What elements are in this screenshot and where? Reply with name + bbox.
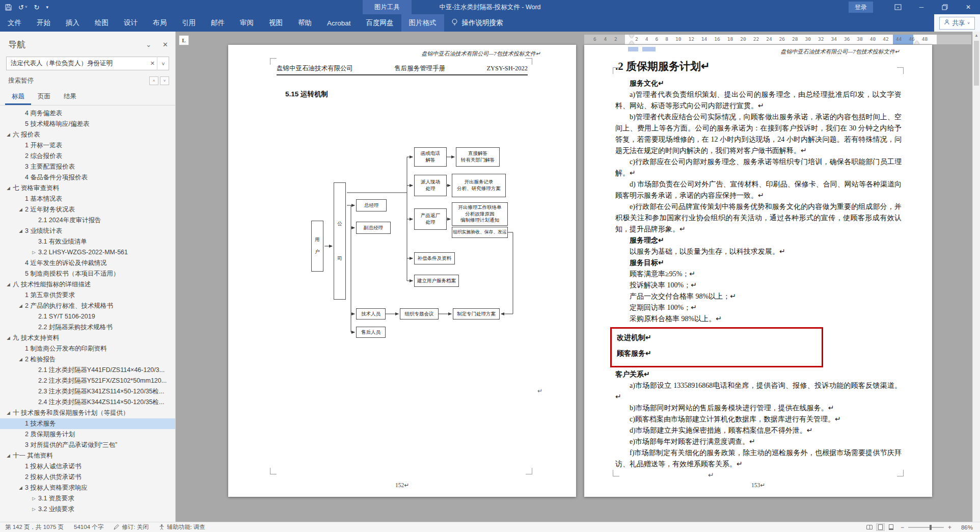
first-line-indent-marker[interactable]: [629, 35, 634, 38]
web-layout-icon[interactable]: [887, 523, 895, 531]
expand-icon[interactable]: ◢: [16, 226, 25, 236]
nav-item[interactable]: 4 商务偏差表: [0, 108, 175, 119]
nav-item[interactable]: ◢2 产品的执行标准、技术规格书: [0, 301, 175, 311]
nav-item[interactable]: ◢2 检验报告: [0, 354, 175, 365]
nav-item[interactable]: 2.2 注水类封隔器Y521FX/ZS102*50mm120...: [0, 376, 175, 386]
nav-item[interactable]: ▷3.1 资质要求: [0, 493, 175, 504]
nav-item[interactable]: 2.2 封隔器采购技术规格书: [0, 322, 175, 333]
nav-tab-headings[interactable]: 标题: [5, 90, 31, 105]
expand-icon[interactable]: ◢: [4, 408, 13, 418]
tab-stop-selector[interactable]: L: [179, 35, 189, 45]
close-icon[interactable]: ✕: [162, 41, 168, 48]
tab-help[interactable]: 帮助: [290, 14, 319, 32]
expand-icon[interactable]: ◢: [4, 129, 13, 140]
track-changes-status[interactable]: 修订: 关闭: [114, 523, 148, 531]
scroll-up-icon[interactable]: ▲: [973, 33, 980, 38]
nav-item[interactable]: 1 开标一览表: [0, 140, 175, 151]
tab-file[interactable]: 文件: [0, 14, 29, 32]
nav-search-input[interactable]: [6, 57, 169, 70]
tell-me-search[interactable]: 操作说明搜索: [444, 14, 510, 32]
expand-icon[interactable]: ▷: [30, 493, 38, 504]
nav-item[interactable]: ◢十 技术服务和质保期服务计划（等提供）: [0, 408, 175, 418]
expand-icon[interactable]: ◢: [16, 204, 25, 215]
nav-item[interactable]: 3 主要配置报价表: [0, 162, 175, 172]
restore-icon[interactable]: [933, 0, 957, 14]
horizontal-ruler[interactable]: 6 4 2 2 4 6 8 10 12 14 16 18 20 22 24 26…: [584, 35, 971, 44]
page-152[interactable]: 盘锦中亚石油技术有限公司—7包技术投标文件↵ 盘锦中亚石油技术有限公司 售后服务…: [228, 45, 576, 497]
nav-item[interactable]: 2 质保期服务计划: [0, 429, 175, 440]
nav-item[interactable]: 2 投标人供货承诺书: [0, 472, 175, 483]
nav-item[interactable]: 2.1 2024年度审计报告: [0, 215, 175, 226]
tab-mailings[interactable]: 邮件: [203, 14, 232, 32]
hanging-indent-marker[interactable]: [629, 41, 634, 44]
nav-item[interactable]: 2 综合报价表: [0, 151, 175, 162]
nav-item[interactable]: 5 技术规格响应/偏差表: [0, 119, 175, 129]
nav-item[interactable]: 3.1 有效业绩清单: [0, 236, 175, 247]
close-icon[interactable]: ✕: [957, 0, 980, 14]
tab-baidu-netdisk[interactable]: 百度网盘: [359, 14, 401, 32]
nav-item[interactable]: ◢六 报价表: [0, 129, 175, 140]
word-count[interactable]: 54104 个字: [74, 523, 103, 531]
tab-references[interactable]: 引用: [174, 14, 203, 32]
nav-item[interactable]: ◢3 业绩统计表: [0, 226, 175, 236]
nav-item[interactable]: 1 投标人诚信承诺书: [0, 461, 175, 472]
nav-item[interactable]: 5 制造商授权书（本项目不适用）: [0, 269, 175, 279]
share-button[interactable]: 共享 ˅: [939, 17, 975, 30]
document-body-text[interactable]: .2 质保期服务计划↵ 服务文化↵ a)管理者代表负责组织策划、提出公司的服务理…: [615, 59, 902, 481]
nav-item[interactable]: 1 基本情况表: [0, 194, 175, 204]
zoom-out-icon[interactable]: −: [901, 524, 904, 531]
vertical-scrollbar[interactable]: ▲: [972, 32, 980, 522]
save-icon[interactable]: [5, 4, 12, 11]
signin-button[interactable]: 登录: [849, 2, 873, 13]
zoom-in-icon[interactable]: +: [948, 524, 951, 531]
nav-item[interactable]: ◢3 投标人资格要求响应: [0, 483, 175, 493]
print-layout-icon[interactable]: [876, 523, 885, 531]
tab-insert[interactable]: 插入: [58, 14, 87, 32]
nav-tab-results[interactable]: 结果: [57, 90, 83, 105]
expand-icon[interactable]: ◢: [16, 301, 25, 311]
right-indent-marker[interactable]: [914, 41, 919, 44]
expand-icon[interactable]: ▷: [30, 504, 38, 515]
page-indicator[interactable]: 第 142 页，共 1075 页: [5, 523, 64, 531]
undo-icon[interactable]: ↺˅: [18, 4, 28, 11]
minimize-icon[interactable]: ─: [910, 0, 933, 14]
nav-item[interactable]: 2.1 SY/T 5106-2019: [0, 311, 175, 322]
next-result-icon[interactable]: ˅: [160, 76, 169, 85]
tab-acrobat[interactable]: Acrobat: [319, 14, 359, 32]
read-mode-icon[interactable]: [865, 523, 874, 531]
expand-icon[interactable]: ◢: [4, 333, 13, 343]
accessibility-status[interactable]: 辅助功能: 调查: [159, 523, 205, 531]
tab-home[interactable]: 开始: [29, 14, 58, 32]
nav-item[interactable]: 2.1 注水类封隔器Y441FD/ZS114×46-120/3...: [0, 365, 175, 376]
tab-draw[interactable]: 绘图: [87, 14, 116, 32]
zoom-level[interactable]: 86%: [957, 524, 973, 530]
ribbon-display-options-icon[interactable]: [886, 0, 910, 14]
nav-item-selected[interactable]: 1 技术服务: [0, 418, 175, 429]
redo-icon[interactable]: ↻: [34, 4, 40, 11]
expand-icon[interactable]: ◢: [16, 354, 25, 365]
chevron-down-icon[interactable]: ⌄: [146, 41, 151, 48]
expand-icon[interactable]: ▷: [30, 247, 38, 258]
search-dropdown-icon[interactable]: ˅: [157, 57, 169, 70]
expand-icon[interactable]: ◢: [4, 450, 13, 461]
nav-item[interactable]: 4 近年发生的诉讼及仲裁情况: [0, 258, 175, 269]
nav-item[interactable]: 1 制造商公开发布的印刷资料: [0, 343, 175, 354]
nav-item[interactable]: 2.3 注水类封隔器K341ZS114×50-120/35检...: [0, 386, 175, 397]
tab-view[interactable]: 视图: [261, 14, 290, 32]
nav-item[interactable]: ▷3.2 LHSY-WZGS-2022-MM-561: [0, 247, 175, 258]
nav-item[interactable]: 4 备品备件分项报价表: [0, 172, 175, 183]
tab-picture-format[interactable]: 图片格式: [401, 14, 444, 32]
nav-item[interactable]: ▷3.2 业绩要求: [0, 504, 175, 515]
previous-result-icon[interactable]: ˄: [149, 76, 158, 85]
tab-design[interactable]: 设计: [116, 14, 145, 32]
customize-qat-icon[interactable]: ▾: [46, 5, 48, 10]
nav-item[interactable]: 3 对所提供的产品承诺做到“三包”: [0, 440, 175, 450]
nav-item[interactable]: 1 第五章供货要求: [0, 290, 175, 301]
nav-item[interactable]: ◢2 近年财务状况表: [0, 204, 175, 215]
nav-item[interactable]: ◢九 技术支持资料: [0, 333, 175, 343]
page-153[interactable]: 盘锦中亚石油技术有限公司—7包技术投标文件↵ .2 质保期服务计划↵ 服务文化↵…: [584, 45, 932, 497]
tab-review[interactable]: 审阅: [232, 14, 261, 32]
zoom-slider-thumb[interactable]: [930, 525, 932, 530]
tab-layout[interactable]: 布局: [145, 14, 174, 32]
expand-icon[interactable]: ◢: [4, 279, 13, 290]
